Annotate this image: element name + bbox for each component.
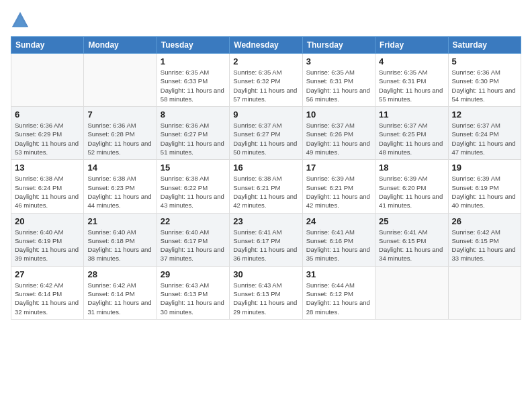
- calendar-week-row: 20Sunrise: 6:40 AM Sunset: 6:19 PM Dayli…: [11, 213, 521, 266]
- weekday-header-wednesday: Wednesday: [230, 37, 302, 54]
- calendar-day-cell: 24Sunrise: 6:41 AM Sunset: 6:16 PM Dayli…: [302, 213, 375, 266]
- day-number: 10: [306, 109, 371, 120]
- day-info: Sunrise: 6:38 AM Sunset: 6:23 PM Dayligh…: [87, 174, 152, 210]
- day-info: Sunrise: 6:43 AM Sunset: 6:13 PM Dayligh…: [233, 281, 298, 316]
- day-number: 15: [161, 163, 226, 173]
- day-info: Sunrise: 6:38 AM Sunset: 6:21 PM Dayligh…: [233, 174, 298, 210]
- calendar-day-cell: 21Sunrise: 6:40 AM Sunset: 6:18 PM Dayli…: [84, 213, 157, 266]
- day-number: 11: [379, 109, 444, 120]
- calendar-day-cell: 2Sunrise: 6:35 AM Sunset: 6:32 PM Daylig…: [230, 54, 302, 107]
- day-info: Sunrise: 6:36 AM Sunset: 6:28 PM Dayligh…: [87, 121, 152, 156]
- day-info: Sunrise: 6:36 AM Sunset: 6:30 PM Dayligh…: [452, 68, 517, 103]
- calendar-day-cell: [11, 54, 84, 107]
- calendar-day-cell: 22Sunrise: 6:40 AM Sunset: 6:17 PM Dayli…: [157, 213, 229, 266]
- calendar-day-cell: 1Sunrise: 6:35 AM Sunset: 6:33 PM Daylig…: [157, 54, 229, 107]
- day-info: Sunrise: 6:39 AM Sunset: 6:19 PM Dayligh…: [452, 174, 517, 210]
- day-info: Sunrise: 6:40 AM Sunset: 6:17 PM Dayligh…: [161, 228, 226, 263]
- calendar-day-cell: 16Sunrise: 6:38 AM Sunset: 6:21 PM Dayli…: [230, 160, 302, 213]
- calendar-day-cell: 7Sunrise: 6:36 AM Sunset: 6:28 PM Daylig…: [84, 107, 157, 160]
- day-number: 29: [161, 269, 226, 279]
- calendar-week-row: 27Sunrise: 6:42 AM Sunset: 6:14 PM Dayli…: [11, 266, 521, 319]
- calendar-day-cell: 25Sunrise: 6:41 AM Sunset: 6:15 PM Dayli…: [375, 213, 448, 266]
- day-number: 6: [15, 109, 80, 120]
- day-info: Sunrise: 6:41 AM Sunset: 6:15 PM Dayligh…: [379, 228, 444, 263]
- day-number: 17: [306, 163, 371, 173]
- day-info: Sunrise: 6:39 AM Sunset: 6:21 PM Dayligh…: [306, 174, 371, 210]
- day-info: Sunrise: 6:40 AM Sunset: 6:19 PM Dayligh…: [15, 228, 80, 263]
- day-number: 3: [306, 56, 371, 66]
- day-info: Sunrise: 6:40 AM Sunset: 6:18 PM Dayligh…: [87, 228, 152, 263]
- day-info: Sunrise: 6:41 AM Sunset: 6:16 PM Dayligh…: [306, 228, 371, 263]
- calendar-day-cell: 5Sunrise: 6:36 AM Sunset: 6:30 PM Daylig…: [448, 54, 521, 107]
- day-info: Sunrise: 6:37 AM Sunset: 6:25 PM Dayligh…: [379, 121, 444, 156]
- day-number: 5: [452, 56, 517, 66]
- calendar-day-cell: 20Sunrise: 6:40 AM Sunset: 6:19 PM Dayli…: [11, 213, 84, 266]
- calendar-day-cell: 3Sunrise: 6:35 AM Sunset: 6:31 PM Daylig…: [302, 54, 375, 107]
- calendar-day-cell: 27Sunrise: 6:42 AM Sunset: 6:14 PM Dayli…: [11, 266, 84, 319]
- calendar-day-cell: 29Sunrise: 6:43 AM Sunset: 6:13 PM Dayli…: [157, 266, 229, 319]
- calendar-week-row: 6Sunrise: 6:36 AM Sunset: 6:29 PM Daylig…: [11, 107, 521, 160]
- calendar-day-cell: 17Sunrise: 6:39 AM Sunset: 6:21 PM Dayli…: [302, 160, 375, 213]
- day-info: Sunrise: 6:37 AM Sunset: 6:24 PM Dayligh…: [452, 121, 517, 156]
- day-info: Sunrise: 6:36 AM Sunset: 6:29 PM Dayligh…: [15, 121, 80, 156]
- calendar-day-cell: [448, 266, 521, 319]
- calendar-day-cell: 14Sunrise: 6:38 AM Sunset: 6:23 PM Dayli…: [84, 160, 157, 213]
- day-info: Sunrise: 6:35 AM Sunset: 6:31 PM Dayligh…: [379, 68, 444, 103]
- day-number: 24: [306, 216, 371, 226]
- day-info: Sunrise: 6:43 AM Sunset: 6:13 PM Dayligh…: [161, 281, 226, 316]
- day-info: Sunrise: 6:35 AM Sunset: 6:33 PM Dayligh…: [161, 68, 226, 103]
- calendar-week-row: 13Sunrise: 6:38 AM Sunset: 6:24 PM Dayli…: [11, 160, 521, 213]
- day-info: Sunrise: 6:37 AM Sunset: 6:27 PM Dayligh…: [233, 121, 298, 156]
- day-number: 1: [161, 56, 226, 66]
- day-number: 26: [452, 216, 517, 226]
- calendar-day-cell: [84, 54, 157, 107]
- day-number: 19: [452, 163, 517, 173]
- day-number: 21: [87, 216, 152, 226]
- weekday-header-thursday: Thursday: [302, 37, 375, 54]
- day-info: Sunrise: 6:41 AM Sunset: 6:17 PM Dayligh…: [233, 228, 298, 263]
- day-number: 27: [15, 269, 80, 279]
- day-number: 20: [15, 216, 80, 226]
- day-info: Sunrise: 6:35 AM Sunset: 6:31 PM Dayligh…: [306, 68, 371, 103]
- calendar-table: SundayMondayTuesdayWednesdayThursdayFrid…: [11, 36, 521, 320]
- day-number: 7: [87, 109, 152, 120]
- day-info: Sunrise: 6:39 AM Sunset: 6:20 PM Dayligh…: [379, 174, 444, 210]
- calendar-day-cell: 4Sunrise: 6:35 AM Sunset: 6:31 PM Daylig…: [375, 54, 448, 107]
- day-info: Sunrise: 6:42 AM Sunset: 6:14 PM Dayligh…: [87, 281, 152, 316]
- calendar-day-cell: 23Sunrise: 6:41 AM Sunset: 6:17 PM Dayli…: [230, 213, 302, 266]
- day-info: Sunrise: 6:37 AM Sunset: 6:26 PM Dayligh…: [306, 121, 371, 156]
- day-number: 8: [161, 109, 226, 120]
- day-number: 31: [306, 269, 371, 279]
- calendar-day-cell: [375, 266, 448, 319]
- calendar-day-cell: 15Sunrise: 6:38 AM Sunset: 6:22 PM Dayli…: [157, 160, 229, 213]
- day-number: 18: [379, 163, 444, 173]
- logo-icon: [11, 11, 30, 30]
- weekday-header-sunday: Sunday: [11, 37, 84, 54]
- day-number: 14: [87, 163, 152, 173]
- weekday-header-saturday: Saturday: [448, 37, 521, 54]
- day-number: 13: [15, 163, 80, 173]
- day-info: Sunrise: 6:35 AM Sunset: 6:32 PM Dayligh…: [233, 68, 298, 103]
- weekday-header-friday: Friday: [375, 37, 448, 54]
- calendar-day-cell: 6Sunrise: 6:36 AM Sunset: 6:29 PM Daylig…: [11, 107, 84, 160]
- calendar-day-cell: 9Sunrise: 6:37 AM Sunset: 6:27 PM Daylig…: [230, 107, 302, 160]
- calendar-day-cell: 26Sunrise: 6:42 AM Sunset: 6:15 PM Dayli…: [448, 213, 521, 266]
- day-info: Sunrise: 6:38 AM Sunset: 6:24 PM Dayligh…: [15, 174, 80, 210]
- day-number: 23: [233, 216, 298, 226]
- calendar-day-cell: 10Sunrise: 6:37 AM Sunset: 6:26 PM Dayli…: [302, 107, 375, 160]
- calendar-week-row: 1Sunrise: 6:35 AM Sunset: 6:33 PM Daylig…: [11, 54, 521, 107]
- logo: [11, 11, 32, 30]
- day-number: 25: [379, 216, 444, 226]
- calendar-day-cell: 28Sunrise: 6:42 AM Sunset: 6:14 PM Dayli…: [84, 266, 157, 319]
- calendar-day-cell: 8Sunrise: 6:36 AM Sunset: 6:27 PM Daylig…: [157, 107, 229, 160]
- day-number: 16: [233, 163, 298, 173]
- weekday-header-row: SundayMondayTuesdayWednesdayThursdayFrid…: [11, 37, 521, 54]
- day-number: 22: [161, 216, 226, 226]
- day-number: 12: [452, 109, 517, 120]
- day-info: Sunrise: 6:36 AM Sunset: 6:27 PM Dayligh…: [161, 121, 226, 156]
- day-number: 9: [233, 109, 298, 120]
- page-header: [11, 11, 521, 30]
- day-number: 2: [233, 56, 298, 66]
- calendar-day-cell: 30Sunrise: 6:43 AM Sunset: 6:13 PM Dayli…: [230, 266, 302, 319]
- calendar-day-cell: 19Sunrise: 6:39 AM Sunset: 6:19 PM Dayli…: [448, 160, 521, 213]
